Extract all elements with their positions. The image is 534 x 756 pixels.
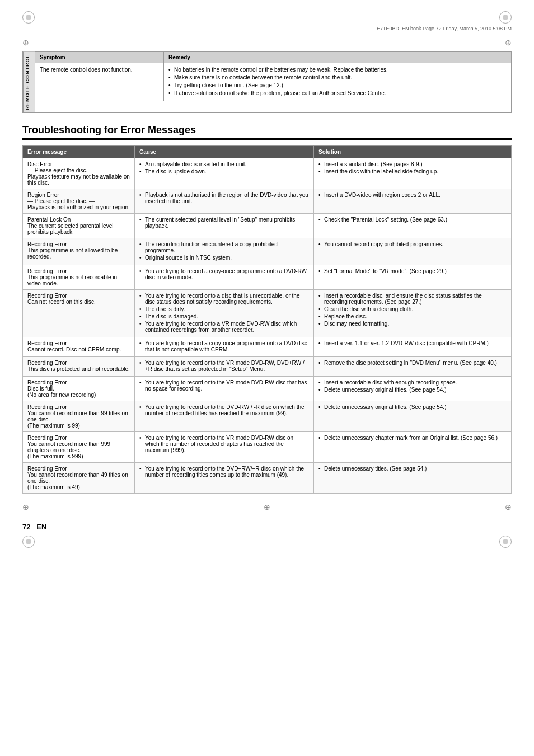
cause-cell: You are trying to record onto the VR mod…: [135, 376, 314, 401]
bottom-right-crosshair: ⊕: [505, 503, 512, 511]
cause-item: The disc is upside down.: [139, 168, 309, 175]
page-number: 72: [22, 523, 30, 531]
error-cell: Recording Error Can not record on this d…: [23, 289, 135, 337]
solution-cell: Insert a ver. 1.1 or ver. 1.2 DVD-RW dis…: [314, 337, 512, 356]
cause-item: Original source is in NTSC system.: [139, 255, 309, 261]
file-info-bar: E7TE0BD_EN.book Page 72 Friday, March 5,…: [22, 26, 512, 34]
solution-item: Delete unnecessary original titles. (See…: [318, 404, 507, 410]
page-footer: 72 EN: [22, 523, 512, 531]
solution-cell: Delete unnecessary original titles. (See…: [314, 401, 512, 431]
solution-item: Insert a standard disc. (See pages 8-9.): [318, 161, 507, 167]
error-cell: Parental Lock On The current selected pa…: [23, 213, 135, 238]
col-header-cause: Cause: [135, 145, 314, 158]
cause-cell: The recording function encountered a cop…: [135, 238, 314, 265]
table-header-row: Error message Cause Solution: [23, 145, 512, 158]
cause-cell: You are trying to record onto a disc tha…: [135, 289, 314, 337]
error-cell: Region Error — Please eject the disc. — …: [23, 189, 135, 213]
table-row: Recording Error This programme is not re…: [23, 265, 512, 289]
error-cell: Recording Error You cannot record more t…: [23, 401, 135, 431]
remote-data-row: The remote control does not function. No…: [35, 63, 511, 101]
table-row: Recording Error Can not record on this d…: [23, 289, 512, 337]
bottom-left-corner: [22, 536, 35, 548]
solution-item: Check the "Parental Lock" setting. (See …: [318, 217, 507, 223]
remote-content: Symptom Remedy The remote control does n…: [35, 52, 511, 112]
cause-cell: You are trying to record onto the VR mod…: [135, 431, 314, 462]
error-cell: Recording Error This programme is not al…: [23, 238, 135, 265]
section-heading: Troubleshooting for Error Messages: [22, 124, 512, 140]
solution-cell: Delete unnecessary chapter mark from an …: [314, 431, 512, 462]
table-row: Parental Lock On The current selected pa…: [23, 213, 512, 238]
solution-item: Insert a ver. 1.1 or ver. 1.2 DVD-RW dis…: [318, 340, 507, 346]
remote-remedy-4: If above solutions do not solve the prob…: [168, 90, 507, 96]
table-row: Recording Error You cannot record more t…: [23, 431, 512, 462]
solution-item: Remove the disc protect setting in "DVD …: [318, 360, 507, 366]
cause-item: You are trying to record onto the VR mod…: [139, 435, 309, 453]
cause-item: The current selected parental level in "…: [139, 217, 309, 229]
solution-item: Disc may need formatting.: [318, 321, 507, 327]
table-row: Recording Error Disc is full. (No area f…: [23, 376, 512, 401]
error-cell: Recording Error This programme is not re…: [23, 265, 135, 289]
remote-remedy-cell: No batteries in the remote control or th…: [164, 63, 511, 101]
solution-item: Delete unnecessary titles. (See page 54.…: [318, 466, 507, 472]
remote-symptom-header: Symptom: [35, 52, 164, 63]
solution-item: Insert a recordable disc, and ensure the…: [318, 293, 507, 305]
cause-item: You are trying to record onto a disc tha…: [139, 293, 309, 305]
cause-item: An unplayable disc is inserted in the un…: [139, 161, 309, 167]
remote-remedy-header: Remedy: [164, 52, 511, 63]
cause-item: You are trying to record onto the DVD-RW…: [139, 404, 309, 416]
cause-item: The recording function encountered a cop…: [139, 241, 309, 253]
error-cell: Recording Error Cannot record. Disc not …: [23, 337, 135, 356]
remote-remedy-1: No batteries in the remote control or th…: [168, 67, 507, 73]
solution-cell: Insert a recordable disc, and ensure the…: [314, 289, 512, 337]
cause-cell: You are trying to record onto the VR mod…: [135, 356, 314, 376]
solution-cell: Insert a DVD-video with region codes 2 o…: [314, 189, 512, 213]
solution-cell: Remove the disc protect setting in "DVD …: [314, 356, 512, 376]
top-left-crosshair: ⊕: [22, 38, 29, 47]
error-cell: Recording Error You cannot record more t…: [23, 431, 135, 462]
solution-item: Replace the disc.: [318, 313, 507, 320]
table-row: Disc Error — Please eject the disc. — Pl…: [23, 158, 512, 189]
solution-cell: You cannot record copy prohibited progra…: [314, 238, 512, 265]
solution-item: You cannot record copy prohibited progra…: [318, 241, 507, 247]
cause-cell: An unplayable disc is inserted in the un…: [135, 158, 314, 189]
top-left-corner: [22, 11, 35, 24]
cause-item: You are trying to record onto the VR mod…: [139, 360, 309, 372]
solution-item: Delete unnecessary original titles. (See…: [318, 387, 507, 393]
page-lang: EN: [36, 523, 46, 531]
table-row: Recording Error Cannot record. Disc not …: [23, 337, 512, 356]
error-messages-table: Error message Cause Solution Disc Error …: [22, 145, 512, 494]
cause-cell: You are trying to record a copy-once pro…: [135, 337, 314, 356]
solution-item: Clean the disc with a cleaning cloth.: [318, 306, 507, 312]
remote-remedy-2: Make sure there is no obstacle between t…: [168, 74, 507, 81]
solution-cell: Insert a recordable disc with enough rec…: [314, 376, 512, 401]
top-right-corner: [499, 11, 512, 24]
cause-item: You are trying to record onto a VR mode …: [139, 321, 309, 333]
error-cell: Recording Error You cannot record more t…: [23, 462, 135, 493]
solution-item: Insert a recordable disc with enough rec…: [318, 379, 507, 386]
remote-control-table: REMOTE CONTROL Symptom Remedy The remote…: [22, 51, 512, 113]
top-right-crosshair: ⊕: [505, 38, 512, 47]
cause-cell: You are trying to record onto the DVD+RW…: [135, 462, 314, 493]
solution-cell: Delete unnecessary titles. (See page 54.…: [314, 462, 512, 493]
solution-item: Insert a DVD-video with region codes 2 o…: [318, 192, 507, 198]
cause-cell: Playback is not authorised in the region…: [135, 189, 314, 213]
cause-item: Playback is not authorised in the region…: [139, 192, 309, 204]
cause-item: You are trying to record onto the DVD+RW…: [139, 466, 309, 478]
solution-cell: Insert a standard disc. (See pages 8-9.)…: [314, 158, 512, 189]
cause-cell: The current selected parental level in "…: [135, 213, 314, 238]
error-cell: Recording Error This disc is protected a…: [23, 356, 135, 376]
solution-item: Delete unnecessary chapter mark from an …: [318, 435, 507, 441]
error-cell: Disc Error — Please eject the disc. — Pl…: [23, 158, 135, 189]
cause-item: The disc is damaged.: [139, 313, 309, 320]
bottom-center-crosshair: ⊕: [264, 503, 270, 511]
col-header-error: Error message: [23, 145, 135, 158]
cause-item: You are trying to record a copy-once pro…: [139, 268, 309, 280]
remote-control-label: REMOTE CONTROL: [23, 52, 35, 112]
solution-item: Set "Format Mode" to "VR mode". (See pag…: [318, 268, 507, 274]
cause-item: You are trying to record onto the VR mod…: [139, 379, 309, 392]
table-row: Recording Error You cannot record more t…: [23, 462, 512, 493]
solution-cell: Set "Format Mode" to "VR mode". (See pag…: [314, 265, 512, 289]
remote-header-row: Symptom Remedy: [35, 52, 511, 63]
solution-item: Insert the disc with the labelled side f…: [318, 168, 507, 175]
bottom-left-crosshair: ⊕: [22, 503, 29, 511]
